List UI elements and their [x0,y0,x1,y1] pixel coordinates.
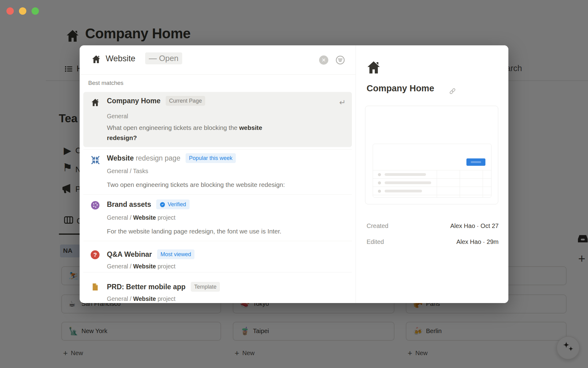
window-close-button[interactable] [6,7,14,15]
preview-pane: Company Home Created Alex Hao · Oct 27 [356,45,508,303]
template-badge: Template [191,282,220,292]
search-result-website-redesign-page[interactable]: Website redesign page Popular this week … [83,150,352,194]
created-label: Created [367,222,388,230]
preview-mock-card [373,144,492,198]
collapse-arrows-icon [91,155,100,166]
preview-mock-row [373,178,492,187]
verified-badge: Verified [156,199,189,209]
filter-icon[interactable] [335,55,345,65]
link-icon[interactable] [448,87,457,97]
search-divider [80,74,356,75]
search-result-company-home[interactable]: Company Home Current Page General What o… [83,92,352,147]
clear-search-button[interactable]: ✕ [319,55,328,65]
results-section-label: Best matches [88,80,123,86]
home-icon [91,98,100,108]
preview-title: Company Home [367,83,434,93]
search-result-qa-webinar[interactable]: ? Q&A Webinar Most viewed General / Webs… [83,242,352,271]
result-snippet: Two open engineering tickets are blockin… [107,180,352,190]
preview-mock-row [373,170,492,178]
preview-mock-row [373,187,492,195]
enter-key-icon: ↵ [339,98,346,107]
result-breadcrumb: General / Tasks [107,168,148,175]
home-icon [366,60,381,77]
result-title: Website [107,154,134,162]
question-mark-icon: ? [91,250,100,259]
edited-label: Edited [367,238,384,245]
preview-mock-row [373,195,492,198]
page-preview-thumbnail[interactable] [365,106,498,204]
result-breadcrumb: General / Website project [107,214,175,221]
window-zoom-button[interactable] [32,7,39,15]
result-divider [83,241,352,241]
result-divider [83,149,352,150]
result-title: Q&A Webinar [107,250,152,258]
popular-badge: Popular this week [186,153,236,163]
current-page-badge: Current Page [166,96,205,106]
search-input[interactable]: Website [106,54,135,63]
home-icon [91,55,101,66]
verified-seal-icon [160,202,165,207]
palette-icon [91,201,100,211]
search-results-pane: Website — Open ✕ Best matches Company Ho… [80,45,356,303]
result-breadcrumb: General / Website project [107,295,175,302]
result-snippet: What open engineering tickets are blocki… [107,123,280,143]
preview-mock-button [466,158,485,166]
result-divider [83,194,352,195]
result-title: Brand assets [107,200,151,208]
search-result-brand-assets[interactable]: Brand assets Verified General / Website … [83,195,352,240]
most-viewed-badge: Most viewed [157,249,194,259]
result-title: PRD: Better mobile app [107,283,186,291]
edited-value: Alex Hao · 29m [456,238,499,245]
search-result-prd-better-mobile-app[interactable]: PRD: Better mobile app Template General … [83,273,352,303]
result-breadcrumb: General / Website project [107,263,175,270]
result-snippet: For the website landing page redesign, t… [107,226,358,236]
document-icon [91,283,100,293]
screenshot-root: Company Home H arch Tea ▶ C ⚑ N P C NA ⛷… [0,0,588,368]
result-breadcrumb: General [107,113,128,120]
result-divider [83,272,352,272]
result-title: Company Home [107,97,160,105]
created-value: Alex Hao · Oct 27 [450,222,499,230]
window-controls [6,7,39,15]
window-minimize-button[interactable] [19,7,26,15]
search-modal: Website — Open ✕ Best matches Company Ho… [80,45,508,303]
search-suggestion-chip[interactable]: — Open [145,52,182,64]
